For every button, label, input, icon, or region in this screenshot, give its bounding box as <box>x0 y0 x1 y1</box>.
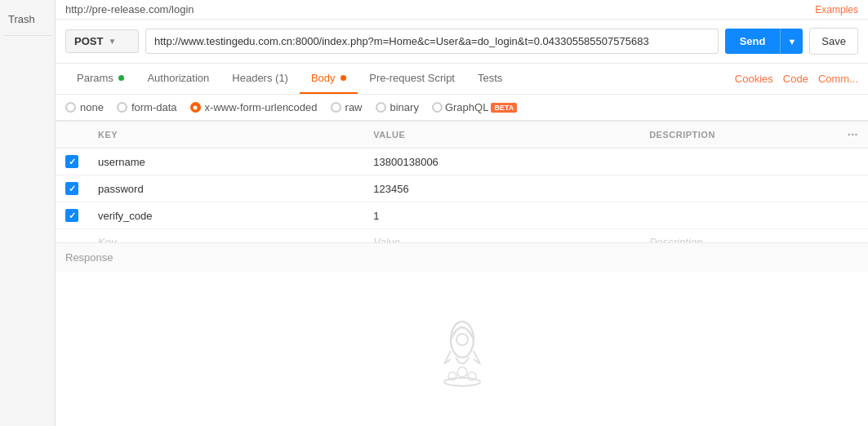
send-btn-group: Send ▼ <box>725 29 803 54</box>
radio-binary-label: binary <box>390 101 419 113</box>
url-input[interactable] <box>145 29 719 54</box>
method-dropdown-arrow: ▼ <box>108 37 116 46</box>
col-header-key: KEY <box>88 122 363 149</box>
tabs-bar: Params Authorization Headers (1) Body Pr… <box>56 64 868 95</box>
col-header-value: VALUE <box>363 122 639 149</box>
request-title-bar: http://pre-release.com/login Examples <box>56 0 868 20</box>
tab-authorization[interactable]: Authorization <box>136 64 220 94</box>
table-row: username 13800138006 <box>56 149 868 175</box>
table-row-placeholder: Key Value Description <box>56 229 868 243</box>
radio-raw-circle <box>331 102 341 113</box>
send-dropdown-button[interactable]: ▼ <box>780 29 803 54</box>
sidebar-divider <box>3 35 52 36</box>
save-button[interactable]: Save <box>809 28 858 55</box>
radio-none-label: none <box>80 101 104 113</box>
key-cell-verify-code[interactable]: verify_code <box>88 202 363 229</box>
app-layout: Trash http://pre-release.com/login Examp… <box>0 0 868 426</box>
rocket-icon <box>421 308 503 390</box>
tab-body[interactable]: Body <box>300 64 358 94</box>
more-cell-verify-code <box>838 202 868 229</box>
col-header-check <box>56 122 88 149</box>
placeholder-description[interactable]: Description <box>639 229 838 243</box>
radio-graphql-circle <box>432 102 443 113</box>
placeholder-value[interactable]: Value <box>363 229 639 243</box>
radio-raw[interactable]: raw <box>331 101 363 113</box>
radio-none[interactable]: none <box>65 101 104 113</box>
radio-binary[interactable]: binary <box>376 101 419 113</box>
radio-x-www-circle <box>190 102 201 113</box>
checkbox-cell-3 <box>65 209 78 222</box>
table-row: password 123456 <box>56 175 868 202</box>
desc-cell-password[interactable] <box>639 175 838 202</box>
more-cell-password <box>838 175 868 202</box>
key-cell-password[interactable]: password <box>88 175 363 202</box>
beta-badge: BETA <box>491 103 517 113</box>
placeholder-key[interactable]: Key <box>88 229 363 243</box>
more-cell-username <box>838 149 868 175</box>
radio-form-data-circle <box>117 102 127 113</box>
tab-headers[interactable]: Headers (1) <box>220 64 300 94</box>
desc-cell-verify-code[interactable] <box>639 202 838 229</box>
cookies-link[interactable]: Cookies <box>735 73 773 85</box>
tabs-left: Params Authorization Headers (1) Body Pr… <box>65 64 514 94</box>
comments-link[interactable]: Comm... <box>818 73 858 85</box>
checkbox-username[interactable] <box>65 155 78 168</box>
value-cell-verify-code[interactable]: 1 <box>363 202 639 229</box>
col-header-description: DESCRIPTION <box>639 122 838 149</box>
method-label: POST <box>74 35 103 47</box>
send-button[interactable]: Send <box>725 29 781 54</box>
tab-pre-request[interactable]: Pre-request Script <box>358 64 466 94</box>
more-icon-header[interactable]: ··· <box>848 128 858 141</box>
radio-raw-label: raw <box>345 101 363 113</box>
radio-graphql[interactable]: GraphQL BETA <box>432 101 517 113</box>
checkbox-cell-2 <box>65 182 78 195</box>
checkbox-verify-code[interactable] <box>65 209 78 222</box>
checkbox-cell-1 <box>65 155 78 168</box>
main-content: http://pre-release.com/login Examples PO… <box>56 0 868 426</box>
radio-form-data-label: form-data <box>131 101 177 113</box>
params-table: KEY VALUE DESCRIPTION ··· <box>56 121 868 242</box>
response-section: Response <box>56 242 868 272</box>
request-title: http://pre-release.com/login <box>65 3 194 16</box>
radio-binary-circle <box>376 102 386 113</box>
checkbox-password[interactable] <box>65 182 78 195</box>
table-row: verify_code 1 <box>56 202 868 229</box>
radio-form-data[interactable]: form-data <box>117 101 177 113</box>
example-link[interactable]: Examples <box>815 4 858 16</box>
url-bar: POST ▼ Send ▼ Save <box>56 20 868 64</box>
method-select[interactable]: POST ▼ <box>65 29 139 53</box>
empty-illustration <box>56 272 868 426</box>
body-options: none form-data x-www-form-urlencoded raw… <box>56 95 868 121</box>
response-label: Response <box>65 251 114 264</box>
radio-x-www[interactable]: x-www-form-urlencoded <box>190 101 318 113</box>
sidebar-trash[interactable]: Trash <box>0 7 55 32</box>
table-container: KEY VALUE DESCRIPTION ··· <box>56 121 868 242</box>
params-dot <box>118 75 124 81</box>
tab-tests[interactable]: Tests <box>466 64 514 94</box>
value-cell-password[interactable]: 123456 <box>363 175 639 202</box>
code-link[interactable]: Code <box>783 73 808 85</box>
sidebar: Trash <box>0 0 56 426</box>
radio-graphql-label: GraphQL <box>445 101 488 113</box>
value-cell-username[interactable]: 13800138006 <box>363 149 639 175</box>
key-cell-username[interactable]: username <box>88 149 363 175</box>
desc-cell-username[interactable] <box>639 149 838 175</box>
body-dot <box>341 75 346 81</box>
col-header-more: ··· <box>838 122 868 149</box>
svg-point-1 <box>456 334 468 345</box>
svg-point-5 <box>457 367 467 377</box>
tab-params[interactable]: Params <box>65 64 136 94</box>
radio-none-circle <box>65 102 76 113</box>
radio-x-www-label: x-www-form-urlencoded <box>205 101 318 113</box>
tabs-right: Cookies Code Comm... <box>735 73 858 85</box>
